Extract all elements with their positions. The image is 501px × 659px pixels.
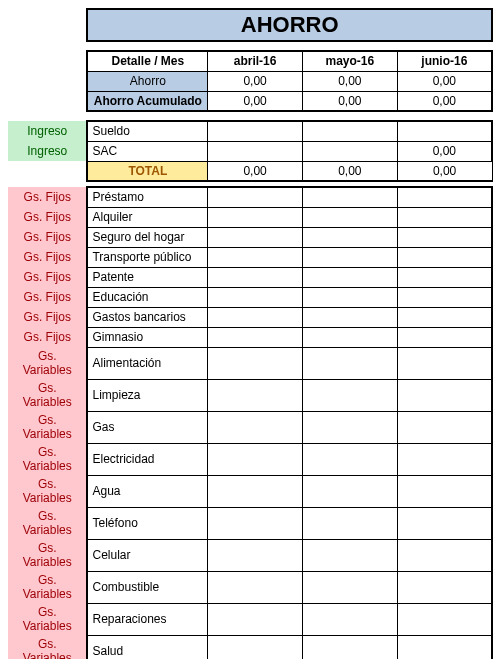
value-cell[interactable]: [397, 267, 492, 287]
value-cell[interactable]: [302, 207, 397, 227]
detail-label: Sueldo: [87, 121, 207, 141]
header-detalle: Detalle / Mes: [87, 51, 207, 71]
value-cell[interactable]: [302, 571, 397, 603]
detail-label: Celular: [87, 539, 207, 571]
ahorro-val-2[interactable]: 0,00: [302, 71, 397, 91]
value-cell[interactable]: [208, 347, 303, 379]
value-cell[interactable]: [302, 411, 397, 443]
value-cell[interactable]: [302, 539, 397, 571]
title: AHORRO: [87, 9, 492, 41]
category-label: Gs. Variables: [8, 539, 87, 571]
value-cell[interactable]: 0,00: [397, 141, 492, 161]
category-label: Gs. Variables: [8, 603, 87, 635]
value-cell[interactable]: [397, 507, 492, 539]
detail-label: Gas: [87, 411, 207, 443]
value-cell[interactable]: [302, 247, 397, 267]
value-cell[interactable]: [302, 307, 397, 327]
value-cell[interactable]: [397, 603, 492, 635]
detail-label: SAC: [87, 141, 207, 161]
detail-label: Seguro del hogar: [87, 227, 207, 247]
value-cell[interactable]: [208, 141, 303, 161]
value-cell[interactable]: [302, 635, 397, 659]
value-cell[interactable]: [208, 539, 303, 571]
value-cell[interactable]: [302, 443, 397, 475]
value-cell[interactable]: [302, 227, 397, 247]
detail-label: Agua: [87, 475, 207, 507]
value-cell[interactable]: [208, 379, 303, 411]
value-cell[interactable]: [397, 307, 492, 327]
value-cell[interactable]: [302, 475, 397, 507]
category-label: Gs. Fijos: [8, 187, 87, 207]
detail-label: Teléfono: [87, 507, 207, 539]
value-cell[interactable]: [397, 571, 492, 603]
value-cell[interactable]: [208, 571, 303, 603]
detail-label: Limpieza: [87, 379, 207, 411]
ahorro-val-3[interactable]: 0,00: [397, 71, 492, 91]
value-cell[interactable]: [397, 207, 492, 227]
category-label: Gs. Variables: [8, 475, 87, 507]
value-cell[interactable]: [208, 411, 303, 443]
value-cell[interactable]: [208, 307, 303, 327]
header-month-3: junio-16: [397, 51, 492, 71]
value-cell[interactable]: [302, 507, 397, 539]
category-label: Gs. Variables: [8, 379, 87, 411]
value-cell[interactable]: [208, 635, 303, 659]
value-cell[interactable]: [208, 475, 303, 507]
category-label: Gs. Fijos: [8, 307, 87, 327]
value-cell[interactable]: [397, 443, 492, 475]
detail-label: Gastos bancarios: [87, 307, 207, 327]
category-label: Gs. Fijos: [8, 227, 87, 247]
value-cell[interactable]: [397, 327, 492, 347]
value-cell[interactable]: [208, 327, 303, 347]
value-cell[interactable]: [302, 347, 397, 379]
total-label: TOTAL: [87, 161, 207, 181]
value-cell[interactable]: [302, 287, 397, 307]
acum-val-1[interactable]: 0,00: [208, 91, 303, 111]
value-cell[interactable]: [208, 287, 303, 307]
value-cell[interactable]: [302, 379, 397, 411]
value-cell[interactable]: [397, 635, 492, 659]
value-cell[interactable]: [397, 227, 492, 247]
value-cell[interactable]: [397, 347, 492, 379]
category-label: Gs. Variables: [8, 571, 87, 603]
value-cell[interactable]: [302, 267, 397, 287]
value-cell[interactable]: [397, 475, 492, 507]
total-value: 0,00: [397, 161, 492, 181]
acum-val-2[interactable]: 0,00: [302, 91, 397, 111]
ahorro-val-1[interactable]: 0,00: [208, 71, 303, 91]
value-cell[interactable]: [208, 207, 303, 227]
value-cell[interactable]: [208, 227, 303, 247]
value-cell[interactable]: [397, 187, 492, 207]
value-cell[interactable]: [397, 247, 492, 267]
value-cell[interactable]: [208, 267, 303, 287]
value-cell[interactable]: [302, 121, 397, 141]
detail-label: Alquiler: [87, 207, 207, 227]
value-cell[interactable]: [302, 141, 397, 161]
value-cell[interactable]: [208, 121, 303, 141]
detail-label: Salud: [87, 635, 207, 659]
total-value: 0,00: [208, 161, 303, 181]
value-cell[interactable]: [302, 327, 397, 347]
detail-label: Combustible: [87, 571, 207, 603]
category-label: Gs. Fijos: [8, 247, 87, 267]
value-cell[interactable]: [208, 247, 303, 267]
budget-table: AHORRO Detalle / Mes abril-16 mayo-16 ju…: [8, 8, 493, 659]
value-cell[interactable]: [302, 603, 397, 635]
category-label: Gs. Variables: [8, 635, 87, 659]
acumulado-label: Ahorro Acumulado: [87, 91, 207, 111]
value-cell[interactable]: [208, 507, 303, 539]
detail-label: Gimnasio: [87, 327, 207, 347]
value-cell[interactable]: [397, 379, 492, 411]
value-cell[interactable]: [397, 287, 492, 307]
category-label: Gs. Variables: [8, 443, 87, 475]
value-cell[interactable]: [397, 539, 492, 571]
value-cell[interactable]: [208, 443, 303, 475]
value-cell[interactable]: [302, 187, 397, 207]
value-cell[interactable]: [397, 121, 492, 141]
detail-label: Reparaciones: [87, 603, 207, 635]
value-cell[interactable]: [397, 411, 492, 443]
acum-val-3[interactable]: 0,00: [397, 91, 492, 111]
value-cell[interactable]: [208, 187, 303, 207]
value-cell[interactable]: [208, 603, 303, 635]
detail-label: Patente: [87, 267, 207, 287]
